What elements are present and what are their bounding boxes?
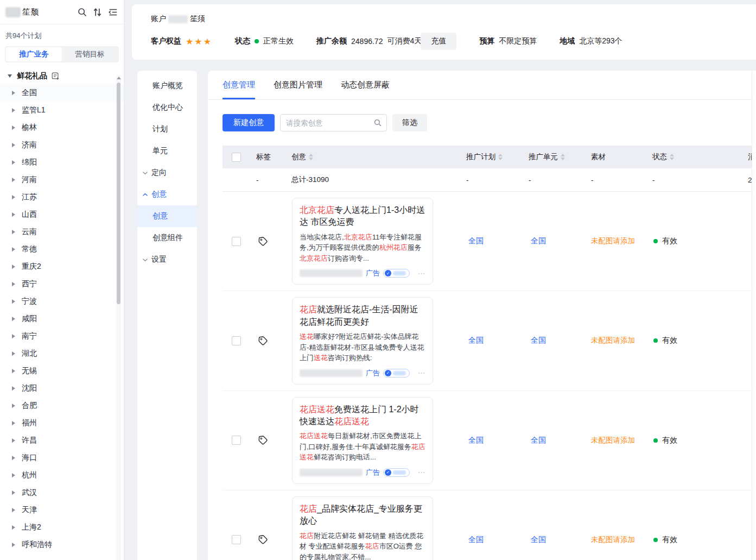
caret-right-icon[interactable] [12,334,15,338]
row-checkbox[interactable] [232,535,241,544]
select-all-checkbox[interactable] [232,153,241,162]
tree-item[interactable]: 常德 [0,241,124,258]
creative-card[interactable]: 花店_品牌实体花店_专业服务更放心 花店附近花店鲜花 鲜花销量 精选优质花材 专… [292,496,433,560]
caret-right-icon[interactable] [12,473,15,477]
caret-right-icon[interactable] [12,404,15,408]
caret-right-icon[interactable] [12,265,15,269]
unit-link[interactable]: 全国 [521,436,583,445]
caret-right-icon[interactable] [12,525,15,530]
sidebar-tab[interactable]: 营销目标 [62,47,118,61]
tree-item[interactable]: 西宁 [0,275,124,293]
creative-card[interactable]: 花店送花免费送花上门 1-2小时快速送达花店送花 花店送花每日新鲜花材,市区免费… [292,397,433,484]
material-warning-link[interactable]: 未配图请添加 [583,436,645,445]
caret-right-icon[interactable] [12,543,15,547]
collapse-menu-icon[interactable] [107,7,118,17]
tag-icon[interactable] [258,236,268,247]
tree-item[interactable]: 河南 [0,171,124,188]
tag-icon[interactable] [258,435,268,445]
plan-link[interactable]: 全国 [459,236,521,246]
tree-item[interactable]: 湖北 [0,345,124,362]
note-add-icon[interactable] [51,72,60,80]
filter-button[interactable]: 筛选 [392,114,427,131]
sort-icon[interactable] [561,154,565,160]
plan-link[interactable]: 全国 [459,535,521,545]
more-actions-icon[interactable]: ⋯ [418,269,425,278]
material-warning-link[interactable]: 未配图请添加 [583,236,645,246]
sort-icon[interactable] [309,154,313,160]
nav-item[interactable]: 账户概览 [137,75,197,97]
nav-group[interactable]: 创意 [137,184,197,205]
caret-right-icon[interactable] [12,299,15,304]
caret-right-icon[interactable] [12,143,15,147]
tree-item[interactable]: 云南 [0,223,124,241]
nav-group[interactable]: 设置 [137,249,197,270]
plan-link[interactable]: 全国 [459,336,521,345]
more-actions-icon[interactable]: ⋯ [418,369,425,377]
tree-item[interactable]: 济南 [0,136,124,154]
tree-item[interactable]: 监管L1 [0,102,124,119]
row-checkbox[interactable] [232,436,241,445]
search-icon[interactable] [373,118,382,127]
caret-right-icon[interactable] [12,108,15,112]
unit-link[interactable]: 全国 [521,236,583,246]
tree-item[interactable]: 天津 [0,501,124,519]
tree-item[interactable]: 宁波 [0,293,124,310]
material-warning-link[interactable]: 未配图请添加 [583,535,645,545]
tree-item[interactable]: 呼和浩特 [0,536,124,553]
tree-item[interactable]: 南宁 [0,328,124,345]
tree-parent-item[interactable]: 鲜花礼品 [0,68,124,84]
search-icon[interactable] [77,7,87,17]
nav-item[interactable]: 单元 [137,140,197,162]
sidebar-scrollbar[interactable] [116,75,121,560]
caret-right-icon[interactable] [12,125,15,130]
nav-child-item[interactable]: 创意组件 [137,227,197,249]
row-checkbox[interactable] [232,336,241,345]
tree-item[interactable]: 咸阳 [0,310,124,328]
caret-right-icon[interactable] [12,91,15,95]
caret-right-icon[interactable] [12,438,15,443]
new-creative-button[interactable]: 新建创意 [223,114,275,131]
scroll-up-arrow[interactable] [117,77,121,79]
caret-right-icon[interactable] [12,351,15,356]
tree-item[interactable]: 全国 [0,84,124,102]
sort-icon[interactable] [498,154,503,160]
sort-icon[interactable] [92,7,103,17]
sort-icon[interactable] [670,154,674,160]
tree-item[interactable]: 重庆2 [0,258,124,275]
caret-right-icon[interactable] [12,317,15,321]
caret-right-icon[interactable] [12,369,15,373]
tree-item[interactable]: 绵阳 [0,154,124,171]
caret-right-icon[interactable] [12,490,15,495]
tree-item[interactable]: 福州 [0,414,124,432]
tree-item[interactable]: 榆林 [0,119,124,136]
unit-link[interactable]: 全国 [521,535,583,545]
more-actions-icon[interactable]: ⋯ [418,468,425,476]
tag-icon[interactable] [258,534,268,545]
plan-link[interactable]: 全国 [459,436,521,445]
tree-item[interactable]: 江苏 [0,188,124,206]
caret-right-icon[interactable] [12,212,15,217]
caret-right-icon[interactable] [12,456,15,460]
caret-right-icon[interactable] [12,178,15,182]
nav-item[interactable]: 优化中心 [137,97,197,118]
main-tab[interactable]: 动态创意屏蔽 [341,71,390,99]
tree-item[interactable]: 山西 [0,206,124,223]
caret-right-icon[interactable] [12,421,15,425]
creative-card[interactable]: 北京花店专人送花上门1-3小时送达 市区免运费 当地实体花店,北京花店11年专注… [292,198,433,285]
nav-group[interactable]: 定向 [137,162,197,184]
nav-item[interactable]: 计划 [137,118,197,140]
caret-right-icon[interactable] [12,160,15,165]
tree-item[interactable]: 海口 [0,449,124,467]
scrollbar-thumb[interactable] [117,83,120,304]
caret-right-icon[interactable] [12,508,15,512]
nav-child-item[interactable]: 创意 [137,205,197,227]
caret-right-icon[interactable] [12,230,15,234]
tree-item[interactable]: 许昌 [0,432,124,449]
tree-item[interactable]: 杭州 [0,467,124,484]
tree-item[interactable]: 无锡 [0,362,124,380]
tree-item[interactable]: 武汉 [0,484,124,501]
caret-right-icon[interactable] [12,247,15,251]
caret-right-icon[interactable] [12,195,15,199]
material-warning-link[interactable]: 未配图请添加 [583,336,645,345]
tag-icon[interactable] [258,336,268,346]
